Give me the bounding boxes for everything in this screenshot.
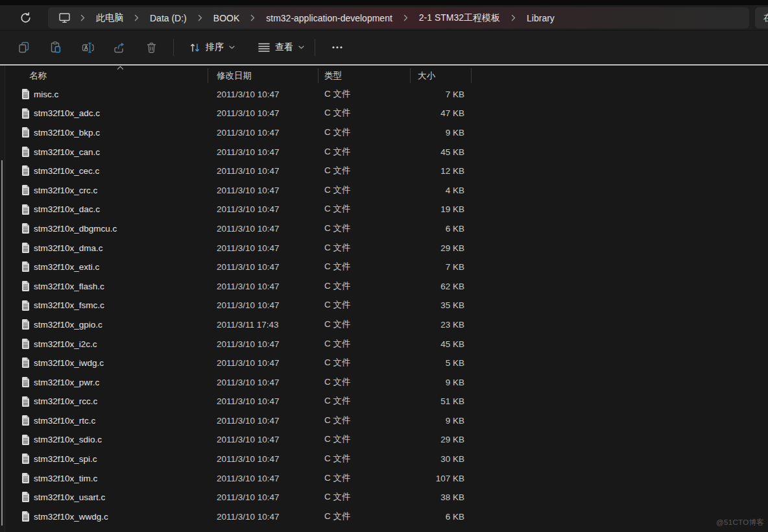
file-name: stm32f10x_i2c.c (34, 339, 97, 348)
paste-button[interactable] (43, 36, 69, 58)
file-size: 9 KB (383, 127, 464, 137)
file-row[interactable]: misc.c 2011/3/10 10:47 C 文件 7 KB (0, 84, 768, 104)
file-row[interactable]: stm32f10x_tim.c 2011/3/10 10:47 C 文件 107… (0, 468, 768, 488)
file-type: C 文件 (324, 472, 351, 484)
file-name: stm32f10x_gpio.c (34, 319, 102, 329)
monitor-icon (54, 12, 75, 23)
file-row[interactable]: stm32f10x_rtc.c 2011/3/10 10:47 C 文件 9 K… (0, 411, 768, 430)
file-name: stm32f10x_fsmc.c (34, 300, 104, 310)
file-date-modified: 2011/3/11 17:43 (217, 319, 279, 329)
column-header-name[interactable]: 名称 (29, 70, 47, 82)
file-row[interactable]: stm32f10x_exti.c 2011/3/10 10:47 C 文件 7 … (0, 257, 768, 276)
file-row[interactable]: stm32f10x_dma.c 2011/3/10 10:47 C 文件 29 … (0, 238, 768, 258)
column-divider[interactable] (410, 68, 411, 83)
file-type: C 文件 (324, 223, 351, 234)
file-size: 62 KB (383, 281, 464, 291)
column-header-type[interactable]: 类型 (324, 70, 342, 82)
file-size: 5 KB (383, 358, 464, 368)
file-type: C 文件 (324, 107, 351, 119)
file-row[interactable]: stm32f10x_can.c 2011/3/10 10:47 C 文件 45 … (0, 142, 768, 162)
rename-button[interactable] (75, 36, 101, 58)
file-type: C 文件 (324, 184, 351, 196)
file-date-modified: 2011/3/10 10:47 (217, 127, 280, 137)
chevron-right-icon (75, 14, 91, 21)
file-date-modified: 2011/3/10 10:47 (217, 396, 280, 406)
file-type: C 文件 (324, 376, 351, 388)
breadcrumb: 此电脑 Data (D:) BOOK stm32-application-dev… (75, 10, 560, 27)
paste-icon (49, 41, 62, 54)
c-file-icon (21, 357, 30, 368)
breadcrumb-item[interactable]: 此电脑 (91, 10, 128, 27)
delete-button[interactable] (138, 36, 164, 58)
toolbar-separator (173, 39, 174, 56)
file-row[interactable]: stm32f10x_usart.c 2011/3/10 10:47 C 文件 3… (0, 487, 768, 507)
column-divider[interactable] (471, 68, 472, 83)
file-name: stm32f10x_usart.c (34, 492, 105, 502)
address-bar[interactable]: 此电脑 Data (D:) BOOK stm32-application-dev… (48, 7, 749, 29)
file-row[interactable]: stm32f10x_adc.c 2011/3/10 10:47 C 文件 47 … (0, 104, 768, 123)
file-name: stm32f10x_crc.c (34, 185, 97, 195)
file-size: 9 KB (383, 415, 464, 425)
file-row[interactable]: stm32f10x_cec.c 2011/3/10 10:47 C 文件 12 … (0, 161, 768, 180)
command-toolbar: 排序 查看 (0, 30, 768, 64)
breadcrumb-item[interactable]: BOOK (208, 10, 245, 26)
sort-ascending-caret-icon (117, 66, 124, 70)
c-file-icon (21, 243, 30, 253)
share-button[interactable] (106, 36, 132, 58)
breadcrumb-item[interactable]: Library (522, 10, 560, 26)
refresh-button[interactable] (14, 8, 36, 27)
chevron-right-icon (505, 14, 522, 21)
file-row[interactable]: stm32f10x_i2c.c 2011/3/10 10:47 C 文件 45 … (0, 334, 768, 354)
chevron-down-icon (298, 45, 304, 49)
file-type: C 文件 (324, 299, 351, 311)
file-row[interactable]: stm32f10x_dbgmcu.c 2011/3/10 10:47 C 文件 … (0, 219, 768, 238)
file-name: stm32f10x_tim.c (34, 473, 97, 483)
file-row[interactable]: stm32f10x_rcc.c 2011/3/10 10:47 C 文件 51 … (0, 392, 768, 411)
file-size: 29 KB (383, 243, 464, 252)
file-date-modified: 2011/3/10 10:47 (217, 473, 280, 483)
file-row[interactable]: stm32f10x_fsmc.c 2011/3/10 10:47 C 文件 35… (0, 296, 768, 315)
c-file-icon (21, 377, 30, 387)
file-row[interactable]: stm32f10x_iwdg.c 2011/3/10 10:47 C 文件 5 … (0, 353, 768, 372)
file-date-modified: 2011/3/10 10:47 (217, 415, 280, 425)
copy-button[interactable] (11, 36, 37, 58)
view-button-label: 查看 (275, 42, 293, 53)
file-type: C 文件 (324, 357, 351, 369)
breadcrumb-item[interactable]: 2-1 STM32工程模板 (414, 10, 505, 27)
c-file-icon (21, 108, 30, 119)
file-name: stm32f10x_cec.c (34, 166, 99, 176)
file-date-modified: 2011/3/10 10:47 (217, 147, 280, 156)
file-row[interactable]: stm32f10x_dac.c 2011/3/10 10:47 C 文件 19 … (0, 200, 768, 219)
column-divider[interactable] (318, 68, 318, 83)
left-pane-scrollbar[interactable] (0, 66, 5, 532)
file-row[interactable]: stm32f10x_spi.c 2011/3/10 10:47 C 文件 30 … (0, 449, 768, 468)
file-row[interactable]: stm32f10x_bkp.c 2011/3/10 10:47 C 文件 9 K… (0, 123, 768, 142)
column-header-size[interactable]: 大小 (418, 70, 435, 82)
file-date-modified: 2011/3/10 10:47 (217, 166, 280, 176)
file-date-modified: 2011/3/10 10:47 (217, 89, 280, 99)
column-divider[interactable] (208, 68, 208, 83)
c-file-icon (21, 319, 30, 330)
view-list-icon (258, 43, 270, 53)
view-button[interactable]: 查看 (251, 36, 311, 58)
refresh-icon (19, 12, 32, 24)
file-size: 107 KB (383, 473, 464, 483)
file-row[interactable]: stm32f10x_flash.c 2011/3/10 10:47 C 文件 6… (0, 276, 768, 296)
breadcrumb-item[interactable]: stm32-application-development (261, 10, 398, 26)
breadcrumb-item[interactable]: Data (D:) (145, 10, 192, 26)
more-options-button[interactable] (324, 36, 351, 58)
file-size: 9 KB (383, 377, 464, 387)
c-file-icon (21, 339, 30, 349)
c-file-icon (21, 185, 30, 195)
file-row[interactable]: stm32f10x_gpio.c 2011/3/11 17:43 C 文件 23… (0, 315, 768, 334)
sort-arrows-icon (189, 42, 200, 53)
file-row[interactable]: stm32f10x_sdio.c 2011/3/10 10:47 C 文件 29… (0, 430, 768, 450)
file-row[interactable]: stm32f10x_pwr.c 2011/3/10 10:47 C 文件 9 K… (0, 372, 768, 392)
column-header-date[interactable]: 修改日期 (217, 70, 252, 82)
file-size: 6 KB (383, 223, 464, 233)
search-input[interactable]: 在 (755, 7, 768, 29)
scrollbar-thumb[interactable] (1, 160, 3, 526)
file-row[interactable]: stm32f10x_wwdg.c 2011/3/10 10:47 C 文件 6 … (0, 507, 768, 526)
file-row[interactable]: stm32f10x_crc.c 2011/3/10 10:47 C 文件 4 K… (0, 180, 768, 200)
sort-button[interactable]: 排序 (182, 36, 242, 58)
